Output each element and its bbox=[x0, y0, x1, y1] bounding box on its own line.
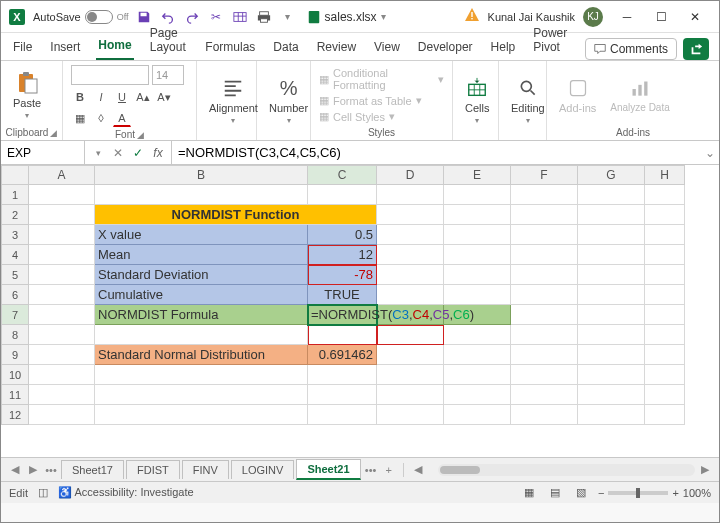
cell[interactable] bbox=[29, 365, 95, 385]
cell[interactable] bbox=[645, 245, 685, 265]
cell[interactable] bbox=[645, 345, 685, 365]
cell[interactable] bbox=[444, 245, 511, 265]
formula-input[interactable] bbox=[172, 141, 701, 164]
editing-button[interactable]: Editing▾ bbox=[507, 74, 549, 127]
cell[interactable] bbox=[578, 205, 645, 225]
warning-icon[interactable] bbox=[464, 7, 480, 26]
avatar[interactable]: KJ bbox=[583, 7, 603, 27]
share-button[interactable] bbox=[683, 38, 709, 60]
cell[interactable] bbox=[444, 385, 511, 405]
sheet-more-icon[interactable]: ••• bbox=[43, 462, 59, 478]
normal-view-icon[interactable]: ▦ bbox=[520, 485, 538, 501]
cell[interactable] bbox=[29, 225, 95, 245]
cell[interactable] bbox=[444, 225, 511, 245]
qat-dropdown-icon[interactable]: ▾ bbox=[281, 10, 295, 24]
row-head-6[interactable]: 6 bbox=[1, 285, 29, 305]
hscroll-left-icon[interactable]: ◀ bbox=[410, 462, 426, 478]
maximize-button[interactable]: ☐ bbox=[645, 4, 677, 30]
zoom-level[interactable]: 100% bbox=[683, 487, 711, 499]
cell[interactable]: X value bbox=[95, 225, 308, 245]
increase-font-button[interactable]: A▴ bbox=[134, 88, 152, 106]
col-head-g[interactable]: G bbox=[578, 165, 645, 185]
cell[interactable] bbox=[377, 385, 444, 405]
cell[interactable] bbox=[29, 405, 95, 425]
col-head-h[interactable]: H bbox=[645, 165, 685, 185]
cell[interactable] bbox=[377, 205, 444, 225]
sheet-nav-next-icon[interactable]: ▶ bbox=[25, 462, 41, 478]
font-size-select[interactable]: 14 bbox=[152, 65, 184, 85]
cell-styles-button[interactable]: ▦Cell Styles ▾ bbox=[319, 110, 444, 123]
cells-button[interactable]: Cells▾ bbox=[461, 74, 493, 127]
cell[interactable] bbox=[444, 265, 511, 285]
row-head-1[interactable]: 1 bbox=[1, 185, 29, 205]
horizontal-scrollbar[interactable] bbox=[438, 464, 695, 476]
decrease-font-button[interactable]: A▾ bbox=[155, 88, 173, 106]
cell[interactable] bbox=[308, 325, 377, 345]
autosave-toggle[interactable]: AutoSave Off bbox=[33, 10, 129, 24]
minimize-button[interactable]: ─ bbox=[611, 4, 643, 30]
cell[interactable] bbox=[578, 265, 645, 285]
cut-icon[interactable]: ✂ bbox=[209, 10, 223, 24]
row-head-12[interactable]: 12 bbox=[1, 405, 29, 425]
row-head-9[interactable]: 9 bbox=[1, 345, 29, 365]
col-head-d[interactable]: D bbox=[377, 165, 444, 185]
tab-insert[interactable]: Insert bbox=[48, 36, 82, 60]
col-head-e[interactable]: E bbox=[444, 165, 511, 185]
cell[interactable] bbox=[444, 405, 511, 425]
cell[interactable] bbox=[511, 265, 578, 285]
cell[interactable] bbox=[444, 285, 511, 305]
cell[interactable] bbox=[308, 385, 377, 405]
cell[interactable] bbox=[444, 325, 511, 345]
cell[interactable] bbox=[377, 405, 444, 425]
cell[interactable] bbox=[511, 185, 578, 205]
sheet-tab-loginv[interactable]: LOGINV bbox=[231, 460, 295, 479]
cell[interactable] bbox=[308, 405, 377, 425]
cell[interactable] bbox=[645, 225, 685, 245]
cell[interactable] bbox=[511, 385, 578, 405]
alignment-button[interactable]: Alignment▾ bbox=[205, 74, 262, 127]
cell[interactable] bbox=[444, 185, 511, 205]
row-head-7[interactable]: 7 bbox=[1, 305, 29, 325]
cell[interactable]: 0.691462 bbox=[308, 345, 377, 365]
underline-button[interactable]: U bbox=[113, 88, 131, 106]
sheet-more-right-icon[interactable]: ••• bbox=[363, 462, 379, 478]
cell[interactable] bbox=[645, 365, 685, 385]
tab-power-pivot[interactable]: Power Pivot bbox=[531, 22, 571, 60]
cell[interactable] bbox=[29, 325, 95, 345]
stats-icon[interactable]: ◫ bbox=[38, 486, 48, 499]
cell[interactable] bbox=[377, 285, 444, 305]
cell[interactable] bbox=[511, 365, 578, 385]
zoom-out-button[interactable]: − bbox=[598, 487, 604, 499]
cell[interactable] bbox=[308, 365, 377, 385]
cell[interactable] bbox=[95, 405, 308, 425]
cell[interactable] bbox=[645, 405, 685, 425]
cell[interactable] bbox=[645, 205, 685, 225]
cell[interactable] bbox=[511, 285, 578, 305]
cell[interactable] bbox=[377, 245, 444, 265]
cell[interactable]: 0.5 bbox=[308, 225, 377, 245]
cell[interactable] bbox=[578, 365, 645, 385]
comments-button[interactable]: Comments bbox=[585, 38, 677, 60]
cell[interactable] bbox=[511, 405, 578, 425]
tab-data[interactable]: Data bbox=[271, 36, 300, 60]
cell[interactable] bbox=[645, 265, 685, 285]
cell[interactable] bbox=[377, 185, 444, 205]
cell[interactable] bbox=[511, 345, 578, 365]
sheet-tab-sheet21[interactable]: Sheet21 bbox=[296, 459, 360, 480]
cell[interactable] bbox=[29, 285, 95, 305]
cell[interactable] bbox=[377, 225, 444, 245]
sheet-tab-fdist[interactable]: FDIST bbox=[126, 460, 180, 479]
sheet-nav-prev-icon[interactable]: ◀ bbox=[7, 462, 23, 478]
cancel-icon[interactable]: ✕ bbox=[111, 146, 125, 160]
cell[interactable]: NORMDIST Function bbox=[95, 205, 377, 225]
cell[interactable] bbox=[645, 305, 685, 325]
bold-button[interactable]: B bbox=[71, 88, 89, 106]
tab-file[interactable]: File bbox=[11, 36, 34, 60]
cell[interactable] bbox=[578, 185, 645, 205]
paste-button[interactable]: Paste ▾ bbox=[9, 69, 45, 122]
cell[interactable] bbox=[29, 185, 95, 205]
cell[interactable] bbox=[511, 225, 578, 245]
cell[interactable]: Standard Deviation bbox=[95, 265, 308, 285]
cell[interactable] bbox=[444, 205, 511, 225]
cell[interactable] bbox=[578, 225, 645, 245]
